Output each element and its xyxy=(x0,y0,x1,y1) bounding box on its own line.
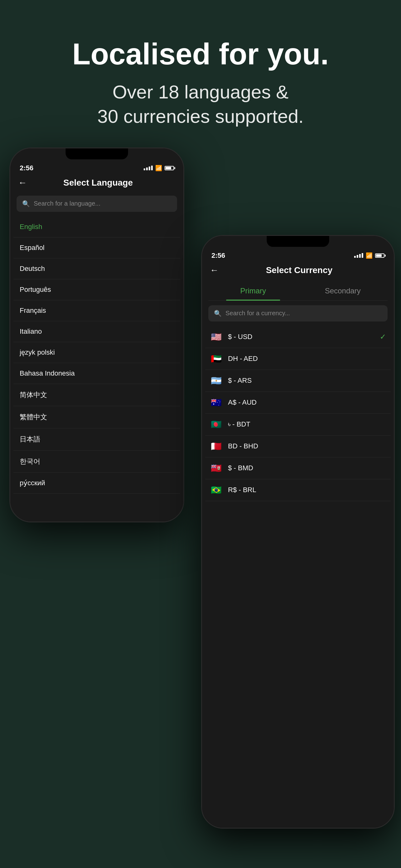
language-item-polish[interactable]: język polski xyxy=(13,342,180,363)
phone-currency: 2:56 📶 ← Select Currency xyxy=(201,235,395,829)
language-item-russian[interactable]: ру́сский xyxy=(13,473,180,494)
signal-bar-c3 xyxy=(359,254,361,258)
tab-primary[interactable]: Primary xyxy=(208,281,298,300)
hero-title: Localised for you. xyxy=(25,37,376,71)
currency-code-aed: DH - AED xyxy=(228,354,386,363)
wifi-icon-currency: 📶 xyxy=(366,252,373,259)
language-list: English Español Deutsch Português França… xyxy=(10,217,183,494)
battery-icon-currency xyxy=(375,253,385,258)
language-item-bahasa[interactable]: Bahasa Indonesia xyxy=(13,363,180,384)
signal-bars-language xyxy=(144,165,153,170)
signal-bar-c1 xyxy=(354,256,356,258)
signal-bar-c2 xyxy=(357,255,358,258)
currency-item-ars[interactable]: 🇦🇷 $ - ARS xyxy=(205,370,391,392)
signal-bar-4 xyxy=(151,165,153,170)
currency-code-bdt: ৳ - BDT xyxy=(228,420,386,428)
flag-brl: 🇧🇷 xyxy=(210,485,222,495)
search-icon-currency: 🔍 xyxy=(214,310,222,317)
tab-secondary[interactable]: Secondary xyxy=(298,281,388,300)
language-item-simplified-chinese[interactable]: 简体中文 xyxy=(13,384,180,406)
currency-item-bhd[interactable]: 🇧🇭 BD - BHD xyxy=(205,436,391,458)
currency-code-bmd: $ - BMD xyxy=(228,464,386,472)
search-box-language[interactable]: 🔍 Search for a language... xyxy=(16,195,177,212)
language-item-francais[interactable]: Français xyxy=(13,300,180,321)
language-item-english[interactable]: English xyxy=(13,217,180,238)
search-placeholder-language: Search for a language... xyxy=(34,200,100,207)
flag-aud: 🇦🇺 xyxy=(210,398,222,408)
currency-code-usd: $ - USD xyxy=(228,333,374,341)
signal-bar-2 xyxy=(146,167,148,170)
flag-ars: 🇦🇷 xyxy=(210,376,222,386)
status-time-language: 2:56 xyxy=(20,164,33,172)
phone-notch-front xyxy=(267,236,329,247)
currency-code-ars: $ - ARS xyxy=(228,376,386,384)
signal-bar-c4 xyxy=(362,253,363,258)
wifi-icon-language: 📶 xyxy=(155,165,162,172)
flag-bdt: 🇧🇩 xyxy=(210,419,222,430)
screen-title-currency: Select Currency xyxy=(225,265,373,275)
check-usd: ✓ xyxy=(380,333,386,341)
language-item-espanol[interactable]: Español xyxy=(13,238,180,258)
language-item-traditional-chinese[interactable]: 繁體中文 xyxy=(13,406,180,428)
language-item-japanese[interactable]: 日本語 xyxy=(13,428,180,451)
flag-usd: 🇺🇸 xyxy=(210,332,222,342)
nav-header-language: ← Select Language xyxy=(10,175,183,194)
hero-section: Localised for you. Over 18 languages &30… xyxy=(0,0,401,148)
side-button-1 xyxy=(394,330,395,354)
status-icons-currency: 📶 xyxy=(354,252,385,259)
side-button-2 xyxy=(394,367,395,392)
flag-bmd: 🇧🇲 xyxy=(210,463,222,473)
currency-item-aed[interactable]: 🇦🇪 DH - AED xyxy=(205,348,391,370)
phones-container: 2:56 📶 ← Select Language xyxy=(0,148,401,835)
flag-bhd: 🇧🇭 xyxy=(210,441,222,452)
signal-bar-1 xyxy=(144,168,145,170)
status-time-currency: 2:56 xyxy=(211,251,225,260)
currency-item-bmd[interactable]: 🇧🇲 $ - BMD xyxy=(205,458,391,479)
signal-bar-3 xyxy=(149,166,150,170)
currency-code-bhd: BD - BHD xyxy=(228,442,386,450)
flag-aed: 🇦🇪 xyxy=(210,354,222,364)
currency-item-usd[interactable]: 🇺🇸 $ - USD ✓ xyxy=(205,326,391,348)
language-item-portugues[interactable]: Português xyxy=(13,279,180,300)
phone-screen-currency: 2:56 📶 ← Select Currency xyxy=(202,236,394,828)
currency-item-brl[interactable]: 🇧🇷 R$ - BRL xyxy=(205,479,391,501)
tab-bar-currency: Primary Secondary xyxy=(208,281,388,301)
back-button-language[interactable]: ← xyxy=(18,178,27,188)
signal-bars-currency xyxy=(354,253,363,258)
hero-subtitle: Over 18 languages &30 currencies support… xyxy=(25,80,376,129)
language-item-korean[interactable]: 한국어 xyxy=(13,451,180,473)
search-placeholder-currency: Search for a currency... xyxy=(226,310,290,317)
battery-icon-language xyxy=(165,166,174,170)
search-icon-language: 🔍 xyxy=(22,200,30,208)
battery-fill-currency xyxy=(376,254,381,257)
screen-title-language: Select Language xyxy=(33,178,163,188)
language-item-deutsch[interactable]: Deutsch xyxy=(13,258,180,279)
phone-language: 2:56 📶 ← Select Language xyxy=(9,148,184,522)
phone-notch-back xyxy=(66,148,128,159)
currency-item-bdt[interactable]: 🇧🇩 ৳ - BDT xyxy=(205,414,391,436)
back-button-currency[interactable]: ← xyxy=(210,265,219,275)
status-icons-language: 📶 xyxy=(144,165,174,172)
nav-header-currency: ← Select Currency xyxy=(202,262,394,281)
search-box-currency[interactable]: 🔍 Search for a currency... xyxy=(208,305,388,321)
currency-item-aud[interactable]: 🇦🇺 A$ - AUD xyxy=(205,392,391,414)
currency-list: 🇺🇸 $ - USD ✓ 🇦🇪 DH - AED 🇦🇷 $ - ARS 🇦🇺 A… xyxy=(202,326,394,501)
currency-code-brl: R$ - BRL xyxy=(228,486,386,494)
battery-fill-language xyxy=(166,167,171,169)
phone-screen-language: 2:56 📶 ← Select Language xyxy=(10,148,183,522)
currency-code-aud: A$ - AUD xyxy=(228,398,386,406)
language-item-italiano[interactable]: Italiano xyxy=(13,321,180,342)
